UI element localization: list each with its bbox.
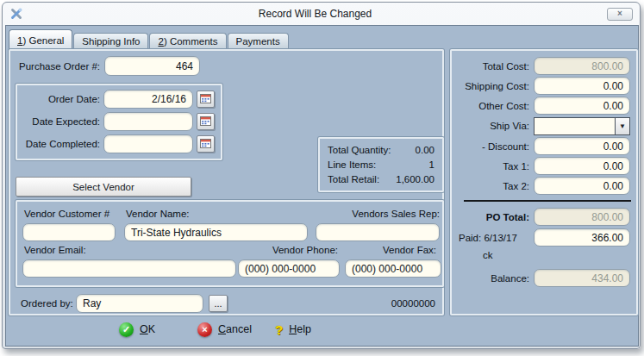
paid-date: 6/13/17 (484, 233, 516, 243)
ship-via-dropdown-button[interactable]: ▼ (615, 118, 629, 134)
paid-label: Paid: (459, 233, 481, 243)
balance-label: Balance: (452, 273, 529, 284)
vendor-name-input[interactable] (124, 223, 308, 241)
vendor-phone-input[interactable] (238, 259, 340, 278)
shipping-cost-label: Shipping Cost: (452, 81, 529, 91)
vendor-group: Vendor Customer # Vendor Name: Vendors S… (16, 200, 444, 287)
calendar-icon (200, 136, 211, 152)
vendor-fax-label: Vendor Fax: (345, 245, 436, 255)
date-expected-input[interactable] (103, 112, 193, 131)
date-completed-input[interactable] (103, 134, 193, 153)
po-number-input[interactable] (104, 56, 200, 76)
paid-amount-input[interactable] (534, 228, 630, 247)
vendor-phone-label: Vendor Phone: (234, 245, 338, 255)
dates-group: Order Date: Date Expected: Date Complete… (16, 84, 222, 160)
paid-row-label: Paid: 6/13/17 (459, 233, 517, 243)
ordered-by-input[interactable] (76, 294, 203, 313)
tab-comments[interactable]: 2) Comments (149, 33, 226, 50)
other-cost-input[interactable] (534, 97, 630, 115)
tab-shipping-info[interactable]: Shipping Info (73, 33, 148, 50)
line-items-row: Line Items: 1 (328, 159, 435, 170)
ship-via-label: Ship Via: (452, 121, 529, 131)
crossed-tools-icon (9, 7, 23, 21)
vendor-sales-rep-label: Vendors Sales Rep: (329, 209, 440, 219)
order-summary-box: Total Quantity: 0.00 Line Items: 1 Total… (318, 137, 444, 192)
ship-via-combobox[interactable]: ▼ (534, 117, 630, 135)
total-retail-row: Total Retail: 1,600.00 (328, 174, 435, 184)
screen: Record Will Be Changed × 1) General Ship… (0, 0, 644, 356)
balance-input[interactable] (534, 269, 630, 287)
vendor-customer-label: Vendor Customer # (24, 209, 109, 219)
discount-label: - Discount: (452, 141, 529, 152)
ordered-by-browse-button[interactable]: ... (209, 295, 228, 312)
calendar-icon (200, 91, 211, 107)
general-panel: Purchase Order #: Order Date: Date Expec… (9, 49, 444, 315)
tab-payments[interactable]: Payments (228, 33, 289, 50)
total-quantity-value: 0.00 (416, 145, 435, 155)
help-button[interactable]: ? Help (275, 320, 311, 339)
line-items-label: Line Items: (328, 159, 376, 170)
chevron-down-icon: ▼ (619, 122, 626, 130)
total-retail-value: 1,600.00 (396, 174, 435, 184)
select-vendor-button[interactable]: Select Vendor (16, 177, 191, 197)
shipping-cost-input[interactable] (534, 77, 630, 95)
cancel-x-icon: × (197, 322, 212, 337)
tax1-input[interactable] (534, 157, 630, 175)
dialog-window: Record Will Be Changed × 1) General Ship… (2, 2, 641, 349)
total-cost-label: Total Cost: (452, 61, 529, 72)
total-retail-label: Total Retail: (328, 174, 379, 184)
vendor-email-input[interactable] (22, 259, 236, 278)
line-items-value: 1 (429, 159, 435, 170)
cancel-button[interactable]: × Cancel (197, 320, 252, 339)
date-expected-label: Date Expected: (19, 116, 100, 127)
discount-input[interactable] (534, 137, 630, 155)
po-number-label: Purchase Order #: (14, 61, 100, 72)
other-cost-label: Other Cost: (452, 101, 529, 111)
ellipsis-icon: ... (214, 298, 222, 309)
order-date-label: Order Date: (19, 94, 100, 104)
help-question-icon: ? (275, 322, 283, 337)
totals-separator (464, 200, 631, 202)
calendar-icon (200, 114, 211, 129)
vendor-fax-input[interactable] (345, 259, 441, 278)
date-completed-calendar-button[interactable] (197, 135, 215, 153)
titlebar: Record Will Be Changed × (5, 3, 637, 25)
tab-strip: 1) General Shipping Info 2) Comments Pay… (9, 28, 290, 50)
tax1-label: Tax 1: (452, 161, 529, 172)
window-title: Record Will Be Changed (23, 8, 607, 20)
tax2-input[interactable] (534, 177, 630, 195)
close-button[interactable]: × (607, 8, 633, 21)
date-completed-label: Date Completed: (19, 139, 100, 149)
po-total-input[interactable] (534, 208, 630, 226)
total-cost-input[interactable] (534, 57, 630, 75)
order-date-input[interactable] (103, 90, 193, 109)
vendor-sales-rep-input[interactable] (316, 223, 440, 241)
dialog-body: 1) General Shipping Info 2) Comments Pay… (5, 25, 639, 347)
total-quantity-label: Total Quantity: (328, 145, 391, 155)
order-date-calendar-button[interactable] (197, 91, 215, 108)
po-total-label: PO Total: (452, 212, 529, 222)
vendor-name-label: Vendor Name: (126, 209, 190, 219)
record-number: 00000000 (391, 298, 435, 309)
ship-via-value (535, 118, 615, 134)
ok-button[interactable]: ✓ OK (119, 320, 155, 339)
tax2-label: Tax 2: (452, 181, 529, 191)
total-quantity-row: Total Quantity: 0.00 (328, 145, 435, 155)
vendor-customer-input[interactable] (22, 223, 116, 241)
vendor-email-label: Vendor Email: (24, 245, 86, 255)
tab-general[interactable]: 1) General (9, 29, 72, 50)
paid-method: ck (483, 250, 493, 260)
ordered-by-label: Ordered by: (21, 298, 73, 309)
totals-panel: Total Cost: Shipping Cost: Other Cost: S… (450, 49, 638, 315)
date-expected-calendar-button[interactable] (197, 113, 215, 130)
close-icon: × (617, 9, 622, 18)
ok-check-icon: ✓ (119, 322, 134, 337)
